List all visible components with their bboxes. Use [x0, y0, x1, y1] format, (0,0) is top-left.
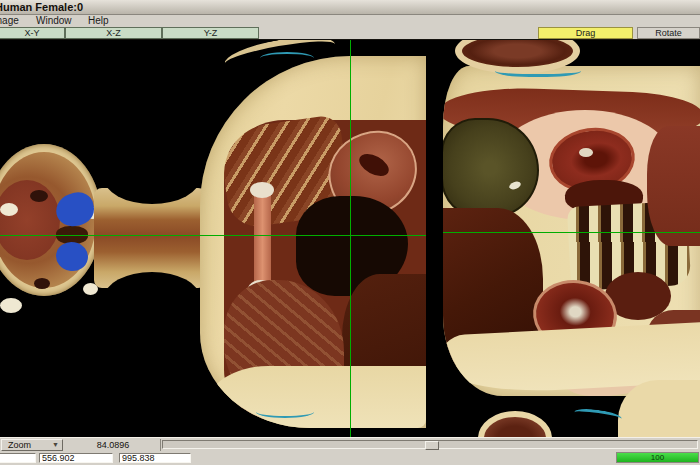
vertebra-bone [250, 182, 274, 198]
menu-bar: Image Window Help [0, 15, 700, 27]
dark-tissue-spot [30, 190, 48, 202]
tab-xy-view[interactable]: X-Y [0, 27, 65, 39]
neck-contour-notch [104, 272, 200, 324]
cyan-annotation-arc [260, 52, 314, 64]
anatomy-viewer-canvas[interactable] [0, 40, 700, 437]
neck-contour-notch [104, 152, 200, 204]
coordinate-field-y[interactable] [119, 453, 191, 463]
stomach-contents-region [443, 118, 539, 218]
rotate-mode-button[interactable]: Rotate [637, 27, 700, 39]
zoom-dropdown-label: Zoom [8, 440, 31, 450]
dropdown-arrow-icon: ▼ [52, 440, 59, 450]
menu-item-image[interactable]: Image [0, 15, 19, 27]
tab-yz-view[interactable]: Y-Z [162, 27, 259, 39]
torso-right-half-image [443, 66, 700, 396]
coordinate-field-blank[interactable] [0, 453, 36, 463]
cyan-annotation-arc [495, 62, 581, 77]
menu-item-window[interactable]: Window [36, 15, 72, 27]
scrollbar-thumb[interactable] [425, 441, 439, 450]
slice-gap-divider [426, 40, 443, 437]
bone-spot [0, 203, 18, 216]
crosshair-vertical-line[interactable] [350, 40, 351, 437]
subcutaneous-fat [206, 366, 426, 428]
coordinate-bar: 100 [0, 451, 700, 465]
horizontal-scrollbar[interactable] [162, 440, 698, 449]
drag-mode-button[interactable]: Drag [538, 27, 633, 39]
toolbar: X-Y X-Z Y-Z Drag Rotate [0, 27, 700, 40]
zoom-value-display: 84.0896 [66, 439, 161, 451]
coordinate-field-x[interactable] [39, 453, 113, 463]
zoom-dropdown[interactable]: ▼ Zoom [1, 439, 63, 451]
progress-value-label: 100 [617, 453, 698, 463]
spine-column [254, 192, 271, 288]
bottom-control-bar: ▼ Zoom 84.0896 [0, 437, 700, 451]
menu-item-help[interactable]: Help [88, 15, 109, 27]
crosshair-horizontal-line[interactable] [0, 235, 426, 236]
crosshair-horizontal-line[interactable] [443, 232, 700, 233]
window-title: Human Female:0 [0, 1, 83, 13]
flank-muscle [647, 126, 700, 246]
torso-left-half-image [200, 56, 426, 428]
bone-spot [0, 298, 22, 313]
arm-cross-section-bottom [478, 411, 552, 437]
cyan-annotation-arc [573, 407, 622, 425]
dark-tissue-spot [34, 278, 50, 289]
load-progress-bar: 100 [616, 452, 699, 463]
kidney-sinus [579, 148, 593, 157]
tab-xz-view[interactable]: X-Z [65, 27, 162, 39]
cyan-annotation-arc [256, 406, 314, 418]
title-bar: Human Female:0 [0, 0, 700, 15]
